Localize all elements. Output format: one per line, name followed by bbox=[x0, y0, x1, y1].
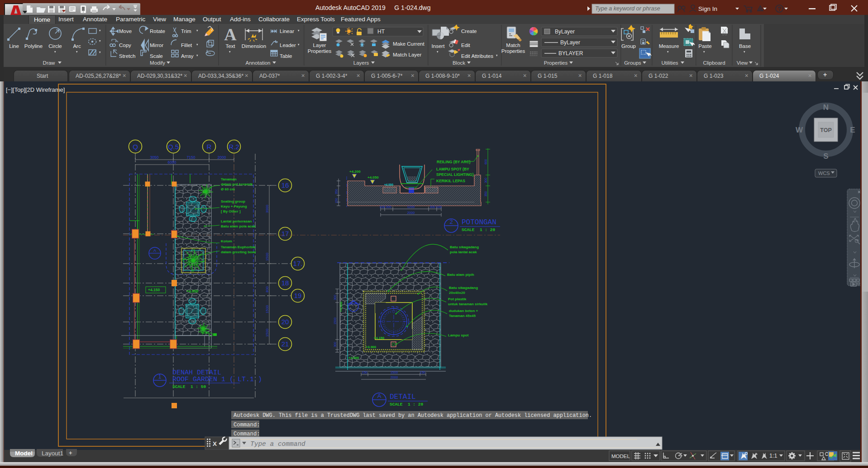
svg-text:Seating group: Seating group bbox=[221, 199, 245, 203]
svg-text:Batu alam pola acak: Batu alam pola acak bbox=[221, 224, 256, 228]
svg-text:dalam pot keramik: dalam pot keramik bbox=[221, 182, 253, 186]
svg-text:+0.60: +0.60 bbox=[200, 331, 209, 335]
svg-text:A: A bbox=[377, 392, 382, 399]
svg-text:Q.5: Q.5 bbox=[168, 143, 179, 151]
svg-text:300: 300 bbox=[334, 295, 337, 300]
svg-text:Utilities: Utilities bbox=[661, 60, 678, 66]
svg-text:Circle: Circle bbox=[48, 43, 62, 49]
svg-text:Trim: Trim bbox=[181, 28, 191, 34]
svg-text:+4.050: +4.050 bbox=[367, 175, 379, 180]
svg-text:100: 100 bbox=[380, 205, 386, 209]
svg-text:Lampu spot: Lampu spot bbox=[448, 333, 469, 337]
svg-text:Block: Block bbox=[453, 60, 465, 66]
svg-text:Polyline: Polyline bbox=[24, 43, 43, 49]
svg-text:TOP: TOP bbox=[820, 127, 831, 133]
svg-text:Type a command: Type a command bbox=[250, 440, 305, 448]
svg-text:Insert: Insert bbox=[432, 43, 445, 49]
svg-text:Kolom: Kolom bbox=[221, 239, 232, 243]
svg-text:X: X bbox=[213, 440, 217, 447]
svg-text:1500: 1500 bbox=[265, 253, 269, 261]
svg-text:Make Current: Make Current bbox=[393, 41, 424, 47]
svg-text:Create: Create bbox=[461, 28, 477, 34]
svg-text:R.2: R.2 bbox=[229, 143, 239, 151]
svg-text:1500: 1500 bbox=[265, 329, 269, 337]
svg-text:W: W bbox=[796, 126, 803, 134]
svg-text:BYLAYER: BYLAYER bbox=[558, 50, 583, 57]
svg-text:Annotation: Annotation bbox=[246, 60, 271, 66]
svg-text:60: 60 bbox=[203, 190, 206, 194]
svg-text:150: 150 bbox=[362, 370, 368, 374]
svg-text:?: ? bbox=[777, 5, 781, 12]
svg-text:Command:: Command: bbox=[234, 422, 260, 428]
svg-text:Tanaman 45x45: Tanaman 45x45 bbox=[449, 314, 476, 318]
svg-text:Scale: Scale bbox=[150, 53, 163, 59]
svg-text:Mirror: Mirror bbox=[150, 43, 163, 48]
svg-text:6000: 6000 bbox=[168, 160, 176, 165]
svg-text:+4.050: +4.050 bbox=[186, 289, 199, 293]
svg-text:Groups: Groups bbox=[624, 60, 641, 66]
svg-text:Edit: Edit bbox=[461, 43, 471, 48]
svg-text:N: N bbox=[823, 103, 829, 112]
svg-text:LAMPU SPOT (BY: LAMPU SPOT (BY bbox=[436, 167, 469, 171]
svg-text:1500: 1500 bbox=[334, 317, 337, 325]
svg-text:20x40x20: 20x40x20 bbox=[449, 291, 465, 295]
svg-text:HT: HT bbox=[377, 28, 385, 35]
svg-text:1500: 1500 bbox=[391, 370, 398, 374]
svg-text:untuk tanaman sirkulik: untuk tanaman sirkulik bbox=[448, 302, 488, 306]
svg-text:Properties: Properties bbox=[501, 48, 525, 54]
svg-text:Base: Base bbox=[739, 43, 751, 49]
svg-text:POTONGAN: POTONGAN bbox=[462, 218, 496, 227]
svg-text:300: 300 bbox=[430, 205, 436, 209]
svg-text:Paste: Paste bbox=[698, 43, 711, 49]
svg-text:150: 150 bbox=[420, 370, 426, 374]
svg-text:+4.150: +4.150 bbox=[148, 288, 160, 292]
svg-text:Edit Attributes: Edit Attributes bbox=[461, 53, 493, 59]
svg-text:1:1: 1:1 bbox=[769, 453, 777, 459]
svg-text:A: A bbox=[224, 25, 237, 44]
svg-text:Leader: Leader bbox=[280, 43, 296, 48]
svg-text:350: 350 bbox=[484, 191, 487, 197]
svg-text:Text: Text bbox=[225, 43, 235, 49]
svg-text:Rotate: Rotate bbox=[150, 28, 165, 34]
svg-text:Linear: Linear bbox=[280, 28, 294, 34]
svg-text:+: + bbox=[69, 449, 72, 456]
svg-text:+4.050: +4.050 bbox=[339, 302, 343, 312]
svg-text:3000: 3000 bbox=[265, 205, 269, 213]
svg-text:Q: Q bbox=[133, 143, 138, 151]
svg-text:Arc: Arc bbox=[73, 43, 81, 49]
svg-text:Properties: Properties bbox=[308, 48, 332, 54]
svg-text:Table: Table bbox=[280, 53, 292, 59]
svg-text:Command:: Command: bbox=[234, 431, 260, 437]
svg-text:Tanaman: Tanaman bbox=[221, 177, 237, 181]
svg-text:ROOF GARDEN 1 ( LT.1 ): ROOF GARDEN 1 ( LT.1 ) bbox=[172, 376, 262, 383]
svg-text:Match Layer: Match Layer bbox=[393, 52, 421, 57]
svg-text:2000: 2000 bbox=[391, 375, 398, 379]
svg-text:800: 800 bbox=[265, 286, 269, 293]
svg-text:Modify: Modify bbox=[150, 60, 165, 66]
svg-text:ByLayer: ByLayer bbox=[555, 28, 575, 35]
svg-text:300: 300 bbox=[484, 178, 487, 183]
svg-text:2000: 2000 bbox=[407, 211, 415, 215]
svg-text:Draw: Draw bbox=[43, 60, 56, 66]
svg-text:Layers: Layers bbox=[353, 60, 369, 66]
svg-text:21: 21 bbox=[281, 340, 289, 348]
svg-text:Layer: Layer bbox=[313, 43, 326, 48]
svg-text:16: 16 bbox=[281, 181, 289, 189]
svg-text:SCALE 1 : 50: SCALE 1 : 50 bbox=[172, 384, 206, 389]
svg-text:20: 20 bbox=[281, 318, 289, 326]
svg-text:Pot plastik: Pot plastik bbox=[448, 297, 467, 301]
svg-text:Batu sikagadang: Batu sikagadang bbox=[450, 245, 479, 249]
svg-text:Group: Group bbox=[621, 43, 636, 49]
svg-text:100: 100 bbox=[436, 205, 442, 209]
svg-text:S: S bbox=[823, 152, 828, 161]
svg-text:Copy: Copy bbox=[119, 43, 131, 48]
svg-text:ByLayer: ByLayer bbox=[560, 39, 580, 46]
svg-text:300: 300 bbox=[334, 342, 337, 347]
svg-text:E: E bbox=[850, 126, 855, 134]
svg-text:Match: Match bbox=[506, 43, 520, 48]
svg-text:Stretch: Stretch bbox=[119, 53, 135, 59]
svg-text:150: 150 bbox=[335, 198, 338, 203]
svg-text:Clipboard: Clipboard bbox=[703, 60, 725, 66]
svg-text:Array: Array bbox=[181, 53, 194, 59]
svg-text:Batu alam pipih: Batu alam pipih bbox=[447, 273, 474, 277]
